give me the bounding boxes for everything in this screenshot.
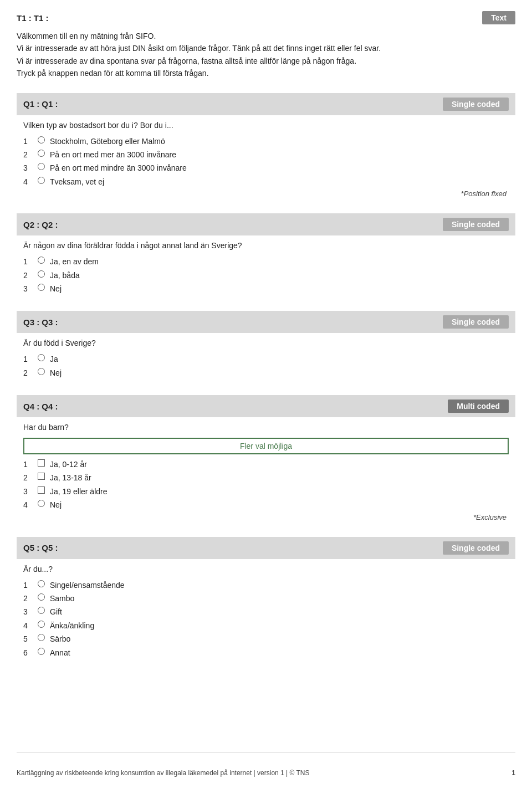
question-label-1: Q1 : Q1 : [23, 99, 58, 109]
question-text-1: Vilken typ av bostadsort bor du i? Bor d… [23, 120, 509, 131]
question-badge-1: Single coded [443, 98, 509, 111]
option-num-2-3: 3 [23, 283, 35, 295]
option-num-2-1: 1 [23, 255, 35, 268]
option-text-2-2: Ja, båda [50, 269, 509, 281]
option-text-4-1: Ja, 0-12 år [50, 458, 509, 470]
option-text-2-1: Ja, en av dem [50, 255, 509, 268]
checkbox-icon[interactable] [35, 459, 47, 467]
option-text-5-2: Sambo [50, 592, 509, 605]
radio-icon[interactable] [35, 607, 47, 614]
option-item-5-6: 6Annat [23, 646, 509, 659]
option-text-1-2: På en ort med mer än 3000 invånare [50, 148, 509, 161]
question-badge-3: Single coded [443, 315, 509, 329]
option-item-2-1: 1Ja, en av dem [23, 255, 509, 268]
intro-block: Välkommen till en ny mätning från SIFO. … [17, 30, 515, 80]
question-text-3: Är du född i Sverige? [23, 337, 509, 349]
question-block-3: Q3 : Q3 : Single coded Är du född i Sver… [17, 311, 515, 385]
option-num-1-3: 3 [23, 162, 35, 174]
intro-line-3: Vi är intresserade av dina spontana svar… [17, 55, 515, 67]
option-num-3-2: 2 [23, 367, 35, 379]
option-text-5-1: Singel/ensamstående [50, 579, 509, 591]
option-item-4-2: 2Ja, 13-18 år [23, 471, 509, 484]
question-body-3: Är du född i Sverige?1Ja2Nej [17, 333, 515, 385]
option-num-1-1: 1 [23, 135, 35, 147]
option-num-4-2: 2 [23, 472, 35, 484]
position-note-1: *Position fixed [23, 189, 509, 198]
radio-icon[interactable] [35, 284, 47, 291]
question-header-4: Q4 : Q4 : Multi coded [17, 395, 515, 417]
option-num-5-3: 3 [23, 606, 35, 618]
radio-icon[interactable] [35, 368, 47, 375]
option-num-3-1: 1 [23, 353, 35, 365]
radio-icon[interactable] [35, 621, 47, 628]
options-list-5: 1Singel/ensamstående2Sambo3Gift4Änka/änk… [23, 578, 509, 659]
question-header-2: Q2 : Q2 : Single coded [17, 213, 515, 235]
checkbox-icon[interactable] [35, 473, 47, 480]
checkbox-icon[interactable] [35, 486, 47, 494]
option-text-2-3: Nej [50, 283, 509, 295]
option-text-4-3: Ja, 19 eller äldre [50, 485, 509, 498]
question-text-2: Är någon av dina föräldrar födda i något… [23, 240, 509, 252]
radio-icon[interactable] [35, 177, 47, 184]
question-header-3: Q3 : Q3 : Single coded [17, 311, 515, 333]
question-text-4: Har du barn? [23, 422, 509, 433]
question-block-2: Q2 : Q2 : Single coded Är någon av dina … [17, 213, 515, 301]
option-num-5-4: 4 [23, 619, 35, 632]
intro-line-2: Vi är intresserade av att höra just DIN … [17, 42, 515, 54]
radio-icon[interactable] [35, 150, 47, 157]
option-num-1-4: 4 [23, 176, 35, 188]
intro-line-4: Tryck på knappen nedan för att komma til… [17, 67, 515, 79]
radio-icon[interactable] [35, 136, 47, 144]
option-item-1-2: 2På en ort med mer än 3000 invånare [23, 148, 509, 161]
radio-icon[interactable] [35, 257, 47, 264]
options-list-3: 1Ja2Nej [23, 352, 509, 380]
radio-icon[interactable] [35, 354, 47, 361]
multi-select-box-4: Fler val möjliga [23, 438, 509, 454]
question-header-5: Q5 : Q5 : Single coded [17, 537, 515, 559]
radio-icon[interactable] [35, 580, 47, 587]
question-label-3: Q3 : Q3 : [23, 317, 58, 327]
option-text-5-3: Gift [50, 606, 509, 618]
option-num-4-3: 3 [23, 485, 35, 498]
option-num-5-2: 2 [23, 592, 35, 605]
question-block-1: Q1 : Q1 : Single coded Vilken typ av bos… [17, 93, 515, 204]
option-text-3-1: Ja [50, 353, 509, 365]
option-num-4-1: 1 [23, 458, 35, 470]
question-badge-4: Multi coded [448, 400, 509, 413]
question-block-5: Q5 : Q5 : Single coded Är du...?1Singel/… [17, 537, 515, 665]
option-text-5-4: Änka/änkling [50, 619, 509, 632]
t1-badge: Text [482, 11, 515, 24]
radio-icon[interactable] [35, 593, 47, 601]
option-text-1-3: På en ort med mindre än 3000 invånare [50, 162, 509, 174]
option-item-1-3: 3På en ort med mindre än 3000 invånare [23, 161, 509, 175]
question-block-4: Q4 : Q4 : Multi coded Har du barn?Fler v… [17, 395, 515, 527]
radio-icon[interactable] [35, 500, 47, 507]
t1-title: T1 : T1 : [17, 13, 49, 23]
option-item-5-1: 1Singel/ensamstående [23, 578, 509, 592]
options-list-2: 1Ja, en av dem2Ja, båda3Nej [23, 255, 509, 295]
option-item-2-2: 2Ja, båda [23, 269, 509, 282]
option-num-2-2: 2 [23, 269, 35, 281]
option-item-4-1: 1Ja, 0-12 år [23, 458, 509, 471]
radio-icon[interactable] [35, 270, 47, 278]
option-text-1-1: Stockholm, Göteborg eller Malmö [50, 135, 509, 147]
option-item-1-4: 4Tveksam, vet ej [23, 175, 509, 188]
question-badge-2: Single coded [443, 218, 509, 231]
option-item-5-3: 3Gift [23, 605, 509, 618]
question-body-4: Har du barn?Fler val möjliga1Ja, 0-12 år… [17, 417, 515, 527]
option-item-3-2: 2Nej [23, 366, 509, 380]
t1-header: T1 : T1 : Text [17, 11, 515, 24]
option-text-1-4: Tveksam, vet ej [50, 176, 509, 188]
intro-line-1: Välkommen till en ny mätning från SIFO. [17, 30, 515, 42]
radio-icon[interactable] [35, 634, 47, 641]
footer-page: 1 [511, 769, 515, 777]
option-num-5-5: 5 [23, 633, 35, 645]
option-text-3-2: Nej [50, 367, 509, 379]
question-label-4: Q4 : Q4 : [23, 402, 58, 411]
radio-icon[interactable] [35, 163, 47, 170]
footer: Kartläggning av riskbeteende kring konsu… [17, 752, 515, 777]
option-text-4-4: Nej [50, 499, 509, 511]
question-body-1: Vilken typ av bostadsort bor du i? Bor d… [17, 115, 515, 204]
option-num-5-6: 6 [23, 647, 35, 659]
radio-icon[interactable] [35, 648, 47, 655]
